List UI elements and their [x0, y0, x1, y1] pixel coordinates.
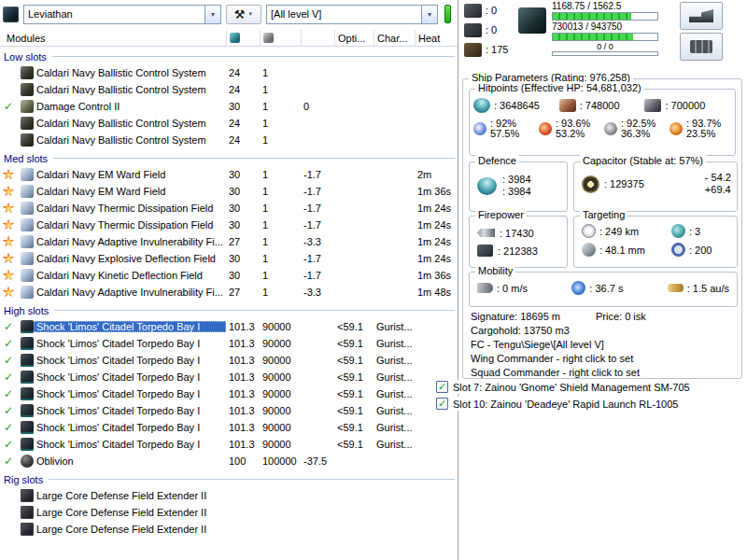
- module-row[interactable]: ✓Shock 'Limos' Citadel Torpedo Bay I101.…: [0, 335, 458, 352]
- module-state-cell[interactable]: ✓: [0, 338, 17, 349]
- hitpoints-row: : 3648645 : 748000 : 700000: [470, 90, 735, 115]
- launcher-module-icon: [21, 387, 34, 400]
- fitting-panel: Leviathan ▼ ⚒ ▼ [All level V] ▼ Modules …: [0, 0, 458, 560]
- implant-checkbox[interactable]: ✓: [436, 398, 448, 410]
- module-state-cell[interactable]: [0, 287, 17, 299]
- module-name: Shock 'Limos' Citadel Torpedo Bay I: [34, 388, 226, 399]
- module-state-cell[interactable]: [0, 186, 17, 198]
- module-cpu: 101.3: [226, 405, 260, 416]
- module-row[interactable]: Caldari Navy Ballistic Control System241: [0, 81, 458, 98]
- module-state-cell[interactable]: [0, 270, 17, 282]
- kinetic-resist-bottom: 36.3%: [621, 128, 650, 139]
- module-state-cell[interactable]: ✓: [0, 422, 17, 433]
- implant-checkbox[interactable]: ✓: [436, 381, 448, 393]
- module-row[interactable]: ✓Shock 'Limos' Citadel Torpedo Bay I101.…: [0, 385, 458, 402]
- module-row[interactable]: Large Core Defense Field Extender II: [0, 487, 458, 504]
- module-row[interactable]: ✓Shock 'Limos' Citadel Torpedo Bay I101.…: [0, 318, 458, 335]
- module-cpu: 24: [226, 118, 260, 129]
- hardener-module-icon: [21, 269, 34, 282]
- module-row[interactable]: ✓Shock 'Limos' Citadel Torpedo Bay I101.…: [0, 436, 458, 453]
- module-state-cell[interactable]: ✓: [0, 388, 17, 399]
- module-state-cell[interactable]: [0, 253, 17, 265]
- signature-value: Signature: 18695 m: [471, 311, 596, 325]
- module-icon-cell: [17, 438, 34, 451]
- explosive-resist: : 93.7%23.5%: [669, 119, 735, 139]
- module-charge: Gurist...: [374, 388, 415, 399]
- module-state-cell[interactable]: [0, 219, 17, 231]
- align-time-value: : 36.7 s: [589, 283, 623, 294]
- launcher-button[interactable]: [680, 33, 723, 61]
- fleet-commander-line[interactable]: FC - Tengu\Siege\[All level V]: [471, 339, 738, 353]
- module-cpu: 30: [226, 219, 260, 231]
- module-row[interactable]: ✓Oblivion100100000-37.5: [0, 453, 458, 469]
- module-cpu: 101.3: [226, 321, 260, 332]
- module-powergrid: 1: [260, 253, 301, 264]
- module-optimal: <59.1: [334, 439, 374, 450]
- module-state-cell[interactable]: ✓: [0, 355, 17, 366]
- active-check-icon: ✓: [4, 455, 13, 467]
- active-check-icon: ✓: [4, 422, 13, 433]
- module-name: Large Core Defense Field Extender II: [34, 507, 226, 518]
- section-header: Rig slots: [0, 472, 458, 486]
- module-heat: 1m 24s: [415, 203, 458, 214]
- module-row[interactable]: Large Core Defense Field Extender II: [0, 521, 458, 538]
- module-state-cell[interactable]: ✓: [0, 405, 17, 416]
- module-row[interactable]: Caldari Navy Kinetic Deflection Field301…: [0, 267, 458, 284]
- hardener-module-icon: [21, 168, 34, 181]
- defence-shield-icon: [477, 177, 497, 195]
- module-row[interactable]: Caldari Navy Ballistic Control System241: [0, 132, 458, 148]
- module-row[interactable]: Caldari Navy Ballistic Control System241: [0, 115, 458, 132]
- module-row[interactable]: ✓Damage Control II3010: [0, 98, 458, 115]
- cpu-bar: [552, 12, 658, 21]
- turret-hardpoint-icon: [464, 4, 482, 18]
- modules-column-header: Modules: [0, 30, 226, 46]
- defence-value-1: : 3984: [502, 174, 531, 185]
- turret-button[interactable]: [680, 2, 723, 30]
- module-state-cell[interactable]: [0, 203, 17, 215]
- module-row[interactable]: Caldari Navy Thermic Dissipation Field30…: [0, 217, 458, 233]
- skills-select[interactable]: [All level V] ▼: [266, 5, 438, 24]
- ship-select[interactable]: Leviathan ▼: [23, 5, 221, 24]
- module-row[interactable]: Caldari Navy Explosive Deflection Field3…: [0, 250, 458, 267]
- wing-commander-line[interactable]: Wing Commander - right click to set: [471, 353, 738, 367]
- volley-icon: [477, 229, 495, 237]
- module-row[interactable]: Caldari Navy Thermic Dissipation Field30…: [0, 200, 458, 217]
- launcher-module-icon: [21, 421, 34, 434]
- resources-icon: [518, 7, 546, 34]
- module-state-cell[interactable]: ✓: [0, 455, 17, 467]
- module-row[interactable]: Caldari Navy EM Ward Field301-1.71m 36s: [0, 183, 458, 200]
- module-cpu: 24: [226, 67, 260, 78]
- squad-commander-line[interactable]: Squad Commander - right click to set: [471, 367, 738, 381]
- rig-module-icon: [21, 506, 34, 519]
- module-state-cell[interactable]: ✓: [0, 101, 17, 112]
- cpu-bar-value: 1168.75 / 1562.5: [552, 1, 658, 12]
- module-row[interactable]: ✓Shock 'Limos' Citadel Torpedo Bay I101.…: [0, 402, 458, 419]
- module-heat: 1m 48s: [415, 287, 458, 298]
- module-cpu: 101.3: [226, 422, 260, 433]
- tools-button[interactable]: ⚒ ▼: [226, 5, 261, 24]
- turret-hardpoints-value: : 0: [486, 5, 497, 16]
- module-state-cell[interactable]: ✓: [0, 321, 17, 332]
- chevron-down-icon[interactable]: ▼: [421, 6, 437, 23]
- module-row[interactable]: ✓Shock 'Limos' Citadel Torpedo Bay I101.…: [0, 419, 458, 436]
- module-row[interactable]: Caldari Navy Adaptive Invulnerability Fi…: [0, 284, 458, 301]
- module-row[interactable]: ✓Shock 'Limos' Citadel Torpedo Bay I101.…: [0, 352, 458, 369]
- module-heat: 1m 36s: [415, 270, 458, 281]
- module-row[interactable]: ✓Shock 'Limos' Citadel Torpedo Bay I101.…: [0, 369, 458, 385]
- module-row[interactable]: Caldari Navy Adaptive Invulnerability Fi…: [0, 233, 458, 250]
- module-icon-cell: [17, 235, 34, 248]
- module-state-cell[interactable]: [0, 236, 17, 248]
- module-powergrid: 1: [260, 118, 301, 129]
- module-optimal: <59.1: [334, 355, 374, 366]
- active-check-icon: ✓: [4, 101, 13, 112]
- module-row[interactable]: Large Core Defense Field Extender II: [0, 504, 458, 521]
- module-state-cell[interactable]: ✓: [0, 371, 17, 383]
- chevron-down-icon[interactable]: ▼: [204, 6, 220, 23]
- dps-value: : 212383: [498, 245, 538, 257]
- resources-strip: : 0 : 0 : 175 1168.75 / 1562.5 730013 / …: [458, 0, 747, 73]
- module-row[interactable]: Caldari Navy Ballistic Control System241: [0, 64, 458, 81]
- module-optimal: <59.1: [334, 405, 374, 416]
- module-row[interactable]: Caldari Navy EM Ward Field301-1.72m: [0, 166, 458, 183]
- module-state-cell[interactable]: [0, 169, 17, 181]
- module-state-cell[interactable]: ✓: [0, 439, 17, 450]
